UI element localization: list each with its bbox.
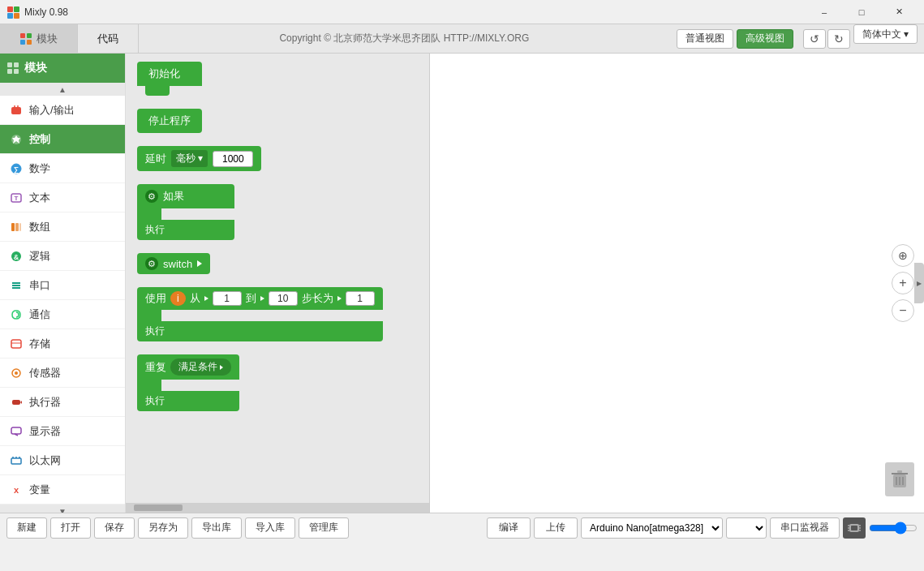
svg-rect-3 (14, 13, 19, 19)
svg-rect-21 (15, 223, 19, 231)
svg-text:x: x (14, 485, 19, 495)
delay-block[interactable]: 延时 毫秒 ▾ (137, 146, 261, 171)
serial-icon (10, 279, 23, 292)
switch-block[interactable]: ⚙ switch (137, 253, 210, 274)
sidebar-item-variable[interactable]: x 变量 (0, 475, 125, 504)
sidebar-scroll-down[interactable]: ▼ (0, 504, 125, 513)
close-button[interactable]: ✕ (880, 0, 918, 24)
crosshair-button[interactable]: ⊕ (892, 244, 914, 267)
if-gear-icon[interactable]: ⚙ (145, 190, 158, 203)
canvas-area: ⊕ + − ▶ (429, 54, 924, 513)
tab-code[interactable]: 代码 (78, 24, 139, 53)
for-end-input[interactable] (269, 291, 298, 306)
board-select[interactable]: Arduino Nano[atmega328] (581, 517, 723, 539)
repeat-cond-arrow (220, 365, 223, 370)
svg-rect-0 (7, 6, 13, 12)
svg-text:∑: ∑ (14, 165, 19, 174)
sidebar-item-logic[interactable]: & 逻辑 (0, 242, 125, 271)
sidebar-item-math[interactable]: ∑ 数学 (0, 154, 125, 183)
upload-button[interactable]: 上传 (534, 517, 578, 539)
code-scroll-container[interactable]: 初始化 停止程序 延时 毫秒 ▾ (126, 54, 419, 513)
math-icon: ∑ (10, 162, 23, 175)
for-from-arrow (204, 296, 208, 301)
for-step-input[interactable] (346, 291, 375, 306)
export-lib-button[interactable]: 导出库 (191, 517, 242, 539)
sidebar-item-storage[interactable]: 存储 (0, 329, 125, 358)
for-start-input[interactable] (213, 291, 242, 306)
sidebar-scroll-up[interactable]: ▲ (0, 83, 125, 96)
stop-block-group: 停止程序 (137, 109, 408, 133)
undo-button[interactable]: ↺ (803, 29, 826, 49)
svg-rect-29 (12, 400, 20, 405)
svg-rect-25 (11, 340, 21, 348)
sidebar-item-sensor[interactable]: 传感器 (0, 358, 125, 388)
svg-rect-8 (7, 62, 12, 67)
hscroll-thumb[interactable] (134, 504, 183, 511)
sidebar-item-control[interactable]: 控制 (0, 125, 125, 154)
svg-rect-45 (851, 526, 857, 530)
for-block-group: 使用 i 从 到 步长为 执行 (137, 287, 408, 341)
for-step-arrow (337, 296, 342, 301)
if-block[interactable]: ⚙ 如果 执行 (137, 184, 234, 240)
sidebar-header: 模块 (0, 54, 125, 83)
new-button[interactable]: 新建 (6, 517, 47, 539)
svg-rect-5 (27, 33, 32, 38)
right-collapse-handle[interactable]: ▶ (914, 263, 924, 303)
statusbar: 新建 打开 保存 另存为 导出库 导入库 管理库 编译 上传 Arduino N… (0, 513, 924, 542)
repeat-condition-badge: 满足条件 (170, 358, 231, 376)
normal-view-button[interactable]: 普通视图 (677, 29, 733, 49)
save-as-button[interactable]: 另存为 (138, 517, 188, 539)
stop-block[interactable]: 停止程序 (137, 109, 202, 133)
manage-lib-button[interactable]: 管理库 (299, 517, 349, 539)
sidebar-item-actuator[interactable]: 执行器 (0, 388, 125, 417)
sidebar-item-comm[interactable]: 通信 (0, 300, 125, 329)
for-block[interactable]: 使用 i 从 到 步长为 执行 (137, 287, 383, 341)
titlebar: Mixly 0.98 – □ ✕ (0, 0, 924, 24)
svg-rect-4 (20, 33, 25, 38)
language-button[interactable]: 简体中文 ▾ (853, 24, 918, 44)
sidebar-header-label: 模块 (24, 61, 47, 75)
svg-rect-2 (7, 13, 13, 19)
delay-value-input[interactable] (213, 151, 253, 167)
repeat-block[interactable]: 重复 满足条件 执行 (137, 354, 239, 411)
view-buttons: 普通视图 高级视图 (670, 24, 800, 53)
svg-rect-22 (19, 223, 21, 231)
tab-blocks[interactable]: 模块 (0, 24, 78, 53)
sidebar-item-io[interactable]: 输入/输出 (0, 96, 125, 125)
switch-gear-icon[interactable]: ⚙ (145, 257, 158, 270)
open-button[interactable]: 打开 (50, 517, 91, 539)
code-blocks-area: 初始化 停止程序 延时 毫秒 ▾ (126, 54, 429, 513)
repeat-block-group: 重复 满足条件 执行 (137, 354, 408, 411)
window-controls: – □ ✕ (806, 0, 918, 24)
sidebar-item-text[interactable]: T 文本 (0, 183, 125, 213)
zoom-in-button[interactable]: + (892, 272, 914, 294)
init-block[interactable]: 初始化 (137, 62, 202, 96)
speed-slider[interactable] (869, 522, 918, 535)
advanced-view-button[interactable]: 高级视图 (737, 29, 793, 49)
redo-button[interactable]: ↻ (827, 29, 850, 49)
sidebar-item-array[interactable]: 数组 (0, 213, 125, 242)
control-icon (10, 133, 23, 146)
port-select[interactable] (726, 517, 767, 539)
save-button[interactable]: 保存 (94, 517, 135, 539)
svg-rect-7 (27, 40, 32, 45)
svg-rect-40 (897, 470, 902, 473)
horizontal-scrollbar[interactable] (126, 503, 429, 513)
tabbar: 模块 代码 Copyright © 北京师范大学米思齐团队 HTTP://MIX… (0, 24, 924, 54)
import-lib-button[interactable]: 导入库 (245, 517, 295, 539)
zoom-out-button[interactable]: − (892, 299, 914, 322)
maximize-button[interactable]: □ (843, 0, 880, 24)
delay-unit-select[interactable]: 毫秒 ▾ (171, 150, 208, 167)
trash-area (885, 462, 914, 496)
compile-button[interactable]: 编译 (487, 517, 531, 539)
sidebar-header-icon (6, 62, 19, 75)
svg-marker-30 (20, 401, 22, 404)
minimize-button[interactable]: – (806, 0, 843, 24)
sidebar-item-display[interactable]: 显示器 (0, 417, 125, 446)
for-var-badge: i (170, 291, 186, 306)
sidebar-item-ethernet[interactable]: 以太网 (0, 446, 125, 475)
serial-monitor-button[interactable]: 串口监视器 (770, 517, 840, 539)
zoom-controls: ⊕ + − (892, 244, 914, 322)
main-area: 模块 ▲ 输入/输出 控制 ∑ 数学 T 文本 (0, 54, 924, 513)
sidebar-item-serial[interactable]: 串口 (0, 271, 125, 300)
